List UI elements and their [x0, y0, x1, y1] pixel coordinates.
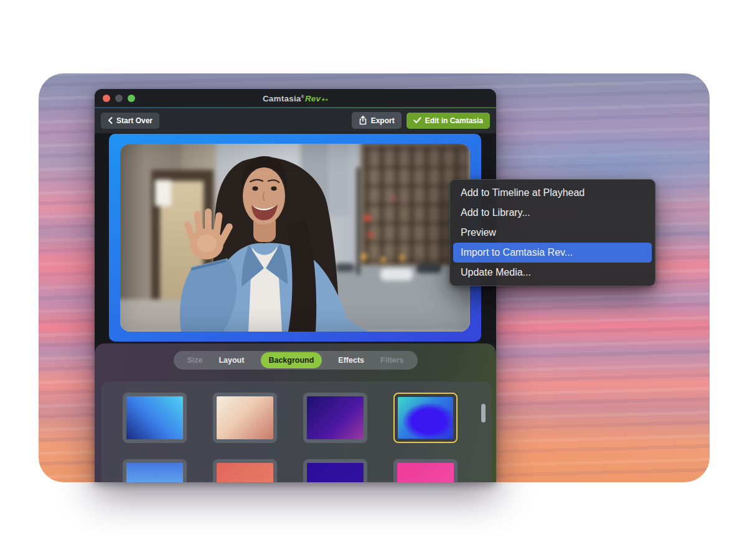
- background-thumbnail-deep-indigo-solid[interactable]: [303, 459, 367, 482]
- title-accent: Rev: [305, 94, 321, 103]
- context-menu: Add to Timeline at PlayheadAdd to Librar…: [449, 179, 655, 286]
- background-panel: SizeLayoutBackgroundEffectsFilters: [95, 343, 496, 482]
- tab-filters: Filters: [380, 356, 404, 365]
- background-thumbnail-blue-cyan-gradient[interactable]: [123, 393, 187, 443]
- background-thumbnail-cream-rose-gradient[interactable]: [213, 393, 277, 443]
- checkmark-icon: [413, 117, 421, 124]
- thumbnail-area: [101, 381, 492, 482]
- thumbnail-swatch: [397, 463, 454, 482]
- tab-background[interactable]: Background: [260, 352, 322, 368]
- export-button[interactable]: Export: [352, 112, 402, 129]
- background-thumbnail-sky-blue-gradient[interactable]: [123, 459, 187, 482]
- menu-item-add-to-timeline-at-playhead[interactable]: Add to Timeline at Playhead: [453, 183, 652, 203]
- start-over-button[interactable]: Start Over: [101, 113, 159, 129]
- thumbnail-grid: [123, 393, 471, 482]
- app-window: Camtasia®Rev✦+ Start Over Export Edi: [95, 89, 496, 482]
- edit-tabs: SizeLayoutBackgroundEffectsFilters: [173, 351, 417, 370]
- registered-mark: ®: [301, 94, 304, 98]
- thumbnail-swatch: [126, 396, 183, 439]
- tab-effects[interactable]: Effects: [338, 356, 364, 365]
- export-icon: [359, 116, 367, 125]
- thumbnail-swatch: [307, 463, 364, 482]
- export-label: Export: [371, 116, 395, 125]
- background-thumbnail-hot-pink-solid[interactable]: [393, 459, 458, 482]
- menu-item-import-to-camtasia-rev[interactable]: Import to Camtasia Rev...: [453, 243, 652, 263]
- tab-size: Size: [187, 356, 202, 365]
- thumbnail-swatch: [307, 396, 364, 439]
- thumbnail-swatch: [217, 396, 273, 439]
- window-title: Camtasia®Rev✦+: [95, 94, 496, 103]
- background-thumbnail-coral-solid[interactable]: [213, 459, 277, 482]
- title-brand: Camtasia: [263, 94, 301, 103]
- scrollbar-thumb[interactable]: [481, 404, 486, 422]
- video-stage: [95, 133, 496, 343]
- menu-item-add-to-library[interactable]: Add to Library...: [453, 203, 652, 223]
- toolbar: Start Over Export Edit in Camtasia: [95, 108, 496, 133]
- edit-in-camtasia-label: Edit in Camtasia: [425, 116, 483, 125]
- thumbnail-swatch: [217, 463, 273, 482]
- menu-item-preview[interactable]: Preview: [453, 223, 652, 243]
- screenshot-canvas: Camtasia®Rev✦+ Start Over Export Edi: [0, 0, 747, 560]
- title-suffix: ✦+: [321, 97, 328, 103]
- tab-layout[interactable]: Layout: [218, 356, 244, 365]
- menu-item-update-media[interactable]: Update Media...: [453, 263, 652, 282]
- background-thumbnail-blue-teal-radial[interactable]: [393, 393, 458, 443]
- presenter-figure: [120, 144, 470, 332]
- thumbnail-swatch: [126, 463, 183, 482]
- background-thumbnail-indigo-purple-gradient[interactable]: [303, 393, 367, 443]
- chevron-left-icon: [108, 117, 113, 124]
- edit-in-camtasia-button[interactable]: Edit in Camtasia: [406, 113, 490, 129]
- video-preview-frame: [109, 134, 481, 342]
- titlebar: Camtasia®Rev✦+: [95, 89, 496, 108]
- thumbnail-swatch: [398, 397, 453, 439]
- video-preview[interactable]: [120, 144, 470, 332]
- start-over-label: Start Over: [116, 116, 153, 125]
